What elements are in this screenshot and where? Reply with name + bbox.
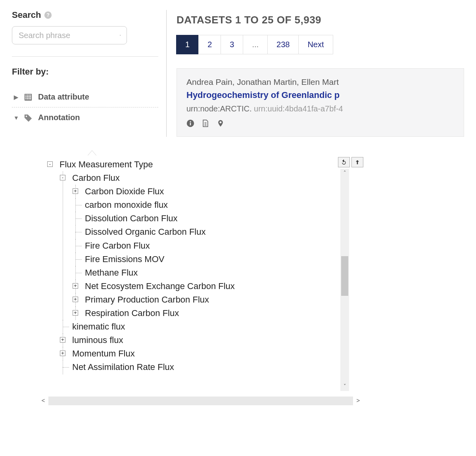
result-icons <box>186 119 454 128</box>
filter-data-attribute[interactable]: ▶ Data attribute <box>12 87 158 107</box>
pagination: 1 2 3 ... 238 Next <box>177 35 464 54</box>
tree-node[interactable]: Methane Flux <box>72 266 340 280</box>
caret-down-icon: ▼ <box>13 115 18 121</box>
scroll-track[interactable] <box>48 397 353 405</box>
main: DATASETS 1 TO 25 OF 5,939 1 2 3 ... 238 … <box>167 10 464 137</box>
filter-label: Data attribute <box>38 92 89 102</box>
page-button[interactable]: 2 <box>198 35 221 54</box>
search-heading: Search ? <box>12 10 158 20</box>
tree-label: luminous flux <box>72 335 123 345</box>
expand-icon[interactable]: + <box>73 310 78 316</box>
tree-label: carbon monoxide flux <box>85 200 168 210</box>
collapse-icon[interactable]: - <box>60 175 65 180</box>
filter-heading: Filter by: <box>12 67 158 77</box>
expand-icon[interactable]: + <box>73 283 78 289</box>
tree-node[interactable]: +Carbon Dioxide Flux <box>72 185 340 198</box>
result-title[interactable]: Hydrogeochemistry of Greenlandic p <box>186 90 454 100</box>
tree-label: kinematic flux <box>72 322 125 331</box>
tag-icon <box>24 113 33 122</box>
map-pin-icon[interactable] <box>217 119 225 128</box>
tree-node[interactable]: Fire Carbon Flux <box>72 239 340 253</box>
svg-rect-4 <box>190 123 191 125</box>
tree-node[interactable]: - Carbon Flux +Carbon Dioxide Flux carbo… <box>60 171 340 320</box>
filter-annotation[interactable]: ▼ Annotation <box>12 107 158 128</box>
tree-node[interactable]: Dissolution Carbon Flux <box>72 212 340 225</box>
tree-label: Fire Carbon Flux <box>85 241 150 251</box>
svg-point-5 <box>190 121 191 122</box>
scroll-down-icon[interactable]: ˅ <box>340 382 349 391</box>
search-input[interactable] <box>18 31 120 40</box>
tree-label: Primary Production Carbon Flux <box>85 295 209 305</box>
scroll-up-icon[interactable]: ˄ <box>340 169 349 178</box>
tree-label: Carbon Flux <box>72 173 120 183</box>
vertical-scrollbar[interactable]: ˄ ˅ <box>340 169 349 391</box>
undo-icon <box>341 159 347 165</box>
tree-node[interactable]: +Respiration Carbon Flux <box>72 307 340 320</box>
tree-label: Dissolution Carbon Flux <box>85 213 178 223</box>
page-button[interactable]: 1 <box>176 35 199 54</box>
tree-node[interactable]: +Momentum Flux <box>60 347 340 360</box>
tree-label: Flux Measurement Type <box>60 159 153 169</box>
grid-icon <box>24 93 33 102</box>
tree-label: Net Ecosystem Exchange Carbon Flux <box>85 281 235 291</box>
svg-text:?: ? <box>47 12 50 18</box>
tree-node[interactable]: carbon monoxide flux <box>72 198 340 212</box>
tree-label: Methane Flux <box>85 268 138 278</box>
tree-label: Respiration Carbon Flux <box>85 308 179 318</box>
tree-toolbar <box>338 157 363 167</box>
search-box <box>12 26 127 44</box>
ontology-tree: - Flux Measurement Type - Carbon Flux +C… <box>47 158 340 374</box>
tree-label: Carbon Dioxide Flux <box>85 186 164 196</box>
expand-icon[interactable]: + <box>60 351 65 356</box>
tree-node[interactable]: Dissolved Organic Carbon Flux <box>72 225 340 239</box>
tree-scroll-area: - Flux Measurement Type - Carbon Flux +C… <box>38 155 340 397</box>
tree-node[interactable]: +Primary Production Carbon Flux <box>72 293 340 307</box>
tree-label: Net Assimilation Rate Flux <box>72 362 174 372</box>
expand-icon[interactable]: + <box>73 297 78 302</box>
urn-primary: urn:node:ARCTIC. <box>186 104 252 113</box>
arrow-up-icon <box>354 159 361 165</box>
reset-button[interactable] <box>338 157 350 167</box>
caret-right-icon: ▶ <box>13 94 18 100</box>
info-icon[interactable] <box>186 119 194 128</box>
search-heading-text: Search <box>12 10 41 20</box>
page-button[interactable]: 238 <box>267 35 299 54</box>
page-button[interactable]: 3 <box>221 35 243 54</box>
tree-node[interactable]: - Flux Measurement Type - Carbon Flux +C… <box>47 158 340 374</box>
help-icon[interactable]: ? <box>44 11 52 19</box>
result-authors: Andrea Pain, Jonathan Martin, Ellen Mart <box>186 77 454 87</box>
sidebar: Search ? Filter by: ▶ Data attribute ▼ A… <box>12 10 167 137</box>
scroll-thumb[interactable] <box>341 256 348 296</box>
tree-node[interactable]: +luminous flux <box>60 333 340 347</box>
results-heading: DATASETS 1 TO 25 OF 5,939 <box>177 14 464 26</box>
tree-label: Momentum Flux <box>72 349 135 358</box>
result-card: Andrea Pain, Jonathan Martin, Ellen Mart… <box>177 68 464 137</box>
page-ellipsis: ... <box>243 35 268 54</box>
tree-node[interactable]: kinematic flux <box>60 320 340 333</box>
filter-label: Annotation <box>38 113 80 122</box>
expand-icon[interactable]: + <box>60 337 65 343</box>
scroll-right-icon[interactable]: > <box>353 396 363 406</box>
search-icon[interactable] <box>120 31 121 39</box>
horizontal-scrollbar[interactable]: < > <box>38 396 363 406</box>
tree-label: Fire Emissions MOV <box>85 254 164 264</box>
spreadsheet-icon[interactable] <box>202 119 209 128</box>
tree-label: Dissolved Organic Carbon Flux <box>85 227 205 237</box>
up-button[interactable] <box>351 157 363 167</box>
expand-icon[interactable]: + <box>73 188 78 194</box>
divider <box>12 56 158 57</box>
collapse-icon[interactable]: - <box>47 161 53 167</box>
annotation-tree-popover: - Flux Measurement Type - Carbon Flux +C… <box>38 155 363 397</box>
page-next-button[interactable]: Next <box>298 35 333 54</box>
scroll-left-icon[interactable]: < <box>38 396 48 406</box>
urn-secondary: urn:uuid:4bda41fa-a7bf-4 <box>254 104 343 113</box>
tree-node[interactable]: Net Assimilation Rate Flux <box>60 360 340 374</box>
tree-node[interactable]: +Net Ecosystem Exchange Carbon Flux <box>72 280 340 293</box>
result-urn: urn:node:ARCTIC. urn:uuid:4bda41fa-a7bf-… <box>186 104 454 113</box>
tree-node[interactable]: Fire Emissions MOV <box>72 253 340 266</box>
